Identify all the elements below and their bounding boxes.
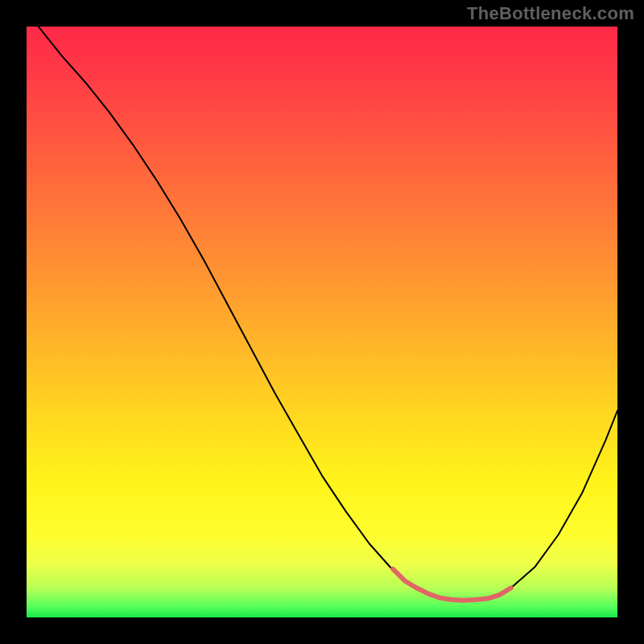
curve-main bbox=[39, 27, 617, 601]
series-layer bbox=[39, 27, 617, 601]
chart-svg bbox=[27, 27, 617, 617]
curve-accent bbox=[393, 569, 511, 601]
plot-area bbox=[27, 27, 617, 617]
chart-frame: TheBottleneck.com bbox=[0, 0, 644, 644]
watermark-label: TheBottleneck.com bbox=[467, 3, 634, 24]
